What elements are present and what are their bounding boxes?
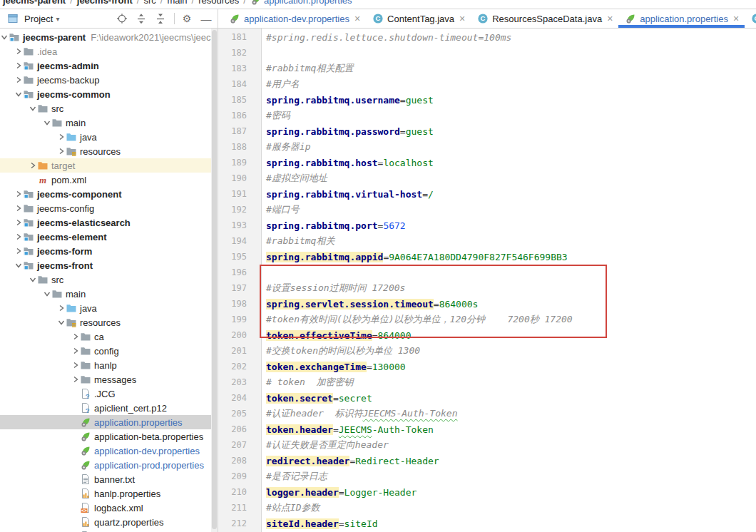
tree-item-clipped[interactable]: [0, 529, 212, 532]
chevron-down-icon[interactable]: [14, 88, 23, 100]
code-line-208[interactable]: 208redirect.header=Redirect-Header: [218, 453, 756, 469]
code-editor[interactable]: 181#spring.redis.lettuce.shutdown-timeou…: [218, 29, 756, 532]
editor-tab-application.properties[interactable]: application.properties×: [618, 9, 745, 28]
code-text[interactable]: #服务器ip: [247, 140, 310, 153]
tree-item-.JCG[interactable]: ?.JCG: [0, 387, 212, 401]
editor-tab-ContentTag.java[interactable]: CContentTag.java×: [366, 9, 471, 28]
breadcrumb-item-resources[interactable]: resources: [198, 0, 239, 6]
code-line-202[interactable]: 202token.exchangeTime=130000: [218, 359, 756, 374]
code-text[interactable]: token.secret=secret: [247, 393, 372, 404]
code-line-181[interactable]: 181#spring.redis.lettuce.shutdown-timeou…: [218, 29, 756, 45]
code-text[interactable]: #token有效时间(以秒为单位)以秒为单位，120分钟 7200秒 17200: [247, 313, 573, 326]
tree-item-ca[interactable]: ca: [0, 329, 212, 344]
code-line-196[interactable]: 196: [218, 265, 756, 280]
chevron-right-icon[interactable]: [71, 331, 80, 342]
tree-item-resources[interactable]: resources: [0, 315, 212, 329]
chevron-down-icon[interactable]: [43, 117, 51, 128]
code-text[interactable]: #spring.redis.lettuce.shutdown-timeout=1…: [247, 32, 511, 43]
tree-item-hanlp.properties[interactable]: hanlp.properties: [0, 486, 212, 501]
close-icon[interactable]: ×: [733, 13, 739, 24]
tree-item-target[interactable]: target: [0, 158, 212, 173]
editor-tab-application-dev.properties[interactable]: application-dev.properties×: [223, 9, 366, 28]
tree-item-application.properties[interactable]: application.properties: [0, 415, 212, 429]
tree-item-config[interactable]: config: [0, 344, 212, 358]
code-line-209[interactable]: 209#是否记录日志: [218, 469, 756, 484]
code-text[interactable]: spring.rabbitmq.password=guest: [247, 126, 434, 137]
tree-item-resources[interactable]: resources: [0, 144, 212, 158]
breadcrumb-item-jeecms-front[interactable]: jeecms-front: [77, 0, 133, 6]
chevron-right-icon[interactable]: [71, 359, 80, 371]
code-line-199[interactable]: 199#token有效时间(以秒为单位)以秒为单位，120分钟 7200秒 17…: [218, 312, 756, 327]
tree-item-jeecms-front[interactable]: jeecms-front: [0, 258, 212, 272]
code-line-190[interactable]: 190#虚拟空间地址: [218, 170, 756, 186]
code-line-203[interactable]: 203# token 加密密钥: [218, 374, 756, 390]
code-line-193[interactable]: 193spring.rabbitmq.port=5672: [218, 218, 756, 233]
tree-item-jeecms-config[interactable]: jeecms-config: [0, 201, 212, 215]
code-text[interactable]: token.effectiveTime=864000: [247, 330, 412, 341]
project-panel-title[interactable]: Project: [24, 14, 53, 24]
close-icon[interactable]: ×: [354, 13, 360, 24]
code-text[interactable]: redirect.header=Redirect-Header: [247, 456, 439, 466]
tree-item-jeecms-common[interactable]: jeecms-common: [0, 87, 212, 101]
code-text[interactable]: spring.rabbitmq.host=localhost: [247, 158, 434, 168]
chevron-right-icon[interactable]: [29, 160, 37, 171]
breadcrumb-item-src[interactable]: src: [143, 0, 155, 6]
code-text[interactable]: #rabbitmq相关配置: [247, 62, 353, 75]
code-text[interactable]: spring.servlet.session.timeout=864000s: [247, 299, 478, 310]
code-line-187[interactable]: 187spring.rabbitmq.password=guest: [218, 123, 756, 139]
chevron-right-icon[interactable]: [71, 374, 80, 385]
code-text[interactable]: #端口号: [247, 203, 300, 216]
code-line-192[interactable]: 192#端口号: [218, 202, 756, 218]
code-line-206[interactable]: 206token.header=JEECMS-Auth-Token: [218, 421, 756, 437]
tree-item-jeecms-form[interactable]: jeecms-form: [0, 244, 212, 258]
code-line-207[interactable]: 207#认证失败是否重定向header: [218, 437, 756, 453]
tree-item-main[interactable]: main: [0, 116, 212, 130]
project-scrollbar[interactable]: [211, 29, 218, 532]
chevron-down-icon[interactable]: [43, 288, 51, 300]
code-text[interactable]: #虚拟空间地址: [247, 172, 327, 185]
scrollbar-thumb[interactable]: [212, 30, 217, 529]
chevron-down-icon[interactable]: [0, 31, 9, 43]
locate-icon[interactable]: [115, 11, 129, 26]
tree-item-application-beta.properties[interactable]: application-beta.properties: [0, 429, 212, 444]
tree-item-pom.xml[interactable]: mpom.xml: [0, 173, 212, 187]
code-text[interactable]: #认证失败是否重定向header: [247, 439, 389, 451]
chevron-down-icon[interactable]: [57, 317, 66, 328]
chevron-right-icon[interactable]: [14, 74, 23, 86]
tree-item-quartz.properties[interactable]: quartz.properties: [0, 515, 212, 529]
breadcrumb-item-main[interactable]: main: [167, 0, 187, 6]
code-line-189[interactable]: 189spring.rabbitmq.host=localhost: [218, 155, 756, 170]
tree-item-messages[interactable]: messages: [0, 372, 212, 387]
chevron-right-icon[interactable]: [14, 46, 23, 57]
chevron-right-icon[interactable]: [14, 245, 23, 257]
code-line-186[interactable]: 186#密码: [218, 108, 756, 123]
tree-item-jeecms-backup[interactable]: jeecms-backup: [0, 73, 212, 87]
collapse-all-icon[interactable]: [153, 11, 168, 26]
close-icon[interactable]: ×: [607, 13, 613, 24]
settings-icon[interactable]: ⚙: [180, 11, 194, 26]
tree-item-jeecms-parent[interactable]: jeecms-parentF:\ideawork2021\jeecms\jeec…: [0, 30, 212, 44]
tree-item-jeecms-element[interactable]: jeecms-element: [0, 230, 212, 244]
tree-item-jeecms-component[interactable]: jeecms-component: [0, 187, 212, 201]
code-text[interactable]: token.exchangeTime=130000: [247, 362, 406, 372]
chevron-right-icon[interactable]: [57, 131, 66, 143]
code-text[interactable]: #是否记录日志: [247, 470, 327, 483]
tree-item-application-dev.properties[interactable]: application-dev.properties: [0, 444, 212, 458]
chevron-right-icon[interactable]: [14, 231, 23, 242]
tree-item-.idea[interactable]: .idea: [0, 44, 212, 58]
code-line-185[interactable]: 185spring.rabbitmq.username=guest: [218, 92, 756, 108]
tree-item-src[interactable]: src: [0, 272, 212, 287]
breadcrumb-item-jeecms-parent[interactable]: jeecms-parent: [3, 0, 66, 6]
code-text[interactable]: siteId.header=siteId: [247, 518, 378, 529]
chevron-right-icon[interactable]: [14, 217, 23, 228]
tree-item-java[interactable]: java: [0, 301, 212, 315]
code-line-194[interactable]: 194#rabbitmq相关: [218, 233, 756, 249]
code-line-191[interactable]: 191spring.rabbitmq.virtual-host=/: [218, 186, 756, 202]
chevron-right-icon[interactable]: [14, 188, 23, 200]
code-text[interactable]: #站点ID参数: [247, 501, 320, 514]
hide-panel-icon[interactable]: —: [199, 11, 213, 26]
code-line-204[interactable]: 204token.secret=secret: [218, 390, 756, 406]
chevron-right-icon[interactable]: [57, 145, 66, 157]
tree-item-hanlp[interactable]: hanlp: [0, 358, 212, 372]
close-icon[interactable]: ×: [459, 13, 465, 24]
